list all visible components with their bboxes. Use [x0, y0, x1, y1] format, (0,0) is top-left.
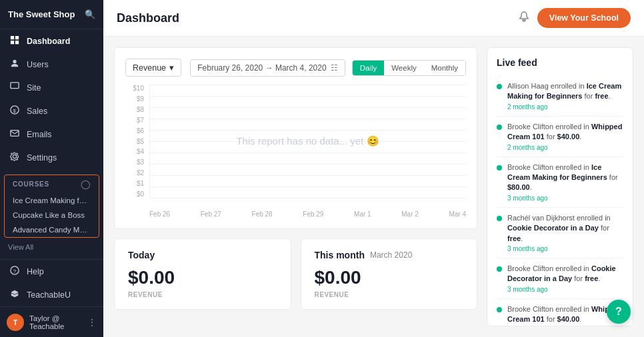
feed-text: Allison Haag enrolled in Ice Cream Makin…	[507, 81, 623, 102]
chart-x-axis: Feb 26 Feb 27 Feb 28 Feb 29 Mar 1 Mar 2 …	[149, 210, 466, 218]
sidebar-item-sales[interactable]: $ Sales	[0, 99, 103, 123]
x-label-1: Feb 27	[201, 210, 221, 218]
courses-add-icon[interactable]: ◯	[81, 179, 91, 189]
month-stat-card: This month March 2020 $0.00 REVENUE	[301, 238, 478, 310]
settings-label: Settings	[27, 153, 57, 163]
chart-controls: Revenue ▾ February 26, 2020 → March 4, 2…	[125, 59, 466, 77]
view-school-button[interactable]: View Your School	[537, 8, 631, 28]
users-label: Users	[27, 60, 49, 69]
feed-item: Allison Haag enrolled in Ice Cream Makin…	[497, 76, 623, 117]
y-label-7: $7	[125, 117, 147, 124]
courses-header: COURSES ◯	[5, 175, 99, 193]
main-area: Dashboard View Your School Revenue ▾ Feb…	[103, 0, 644, 337]
user-name: Taylor @ Teachable	[29, 314, 82, 330]
header: Dashboard View Your School	[103, 0, 644, 37]
y-label-2: $2	[125, 169, 147, 176]
x-label-5: Mar 2	[401, 210, 419, 218]
feed-dot	[497, 125, 502, 130]
y-label-1: $1	[125, 180, 147, 187]
x-label-2: Feb 28	[252, 210, 273, 218]
feed-item: Brooke Clifton enrolled in Whipped Cream…	[497, 299, 623, 326]
revenue-dropdown[interactable]: Revenue ▾	[125, 59, 181, 77]
x-label-3: Feb 29	[303, 210, 323, 218]
x-label-4: Mar 1	[354, 210, 371, 218]
feed-time: 2 months ago	[507, 103, 623, 111]
sidebar-item-teachableu[interactable]: TeachableU	[0, 283, 103, 306]
y-label-8: $8	[125, 106, 147, 113]
main-panel: Revenue ▾ February 26, 2020 → March 4, 2…	[114, 47, 477, 326]
feed-time: 3 months ago	[507, 286, 623, 293]
period-monthly[interactable]: Monthly	[424, 61, 465, 75]
chart-no-data: This report has no data... yet 😊	[149, 85, 466, 198]
feed-time: 3 months ago	[507, 194, 623, 202]
svg-text:$: $	[13, 108, 16, 114]
svg-text:?: ?	[13, 268, 17, 274]
feed-item: Brooke Clifton enrolled in Whipped Cream…	[497, 117, 623, 157]
feed-text-container: Allison Haag enrolled in Ice Cream Makin…	[507, 81, 623, 111]
filter-icon: ☷	[331, 63, 338, 73]
revenue-label: Revenue	[133, 63, 166, 73]
period-daily[interactable]: Daily	[353, 61, 385, 75]
feed-item: Rachél van Dijkhorst enrolled in Cookie …	[497, 208, 623, 258]
course-item-3[interactable]: Advanced Candy Making	[5, 222, 99, 237]
sidebar-item-site[interactable]: Site	[0, 76, 103, 99]
course-item-1[interactable]: Ice Cream Making for Begin...	[5, 193, 99, 208]
chart-y-axis: $0 $1 $2 $3 $4 $5 $6 $7 $8 $9 $10	[125, 85, 147, 198]
stats-row: Today $0.00 REVENUE This month March 202…	[114, 238, 477, 310]
feed-text-container: Brooke Clifton enrolled in Ice Cream Mak…	[507, 163, 623, 202]
sidebar-item-help[interactable]: ? Help	[0, 260, 103, 283]
today-header: Today	[128, 250, 277, 260]
course-item-2[interactable]: Cupcake Like a Boss	[5, 208, 99, 222]
feed-dot	[497, 84, 502, 89]
page-title: Dashboard	[117, 11, 179, 25]
settings-icon	[9, 152, 20, 163]
sales-label: Sales	[27, 107, 47, 116]
period-buttons: Daily Weekly Monthly	[352, 60, 466, 76]
user-section: T Taylor @ Teachable ⋮	[0, 306, 103, 337]
y-label-9: $9	[125, 95, 147, 103]
teachableu-icon	[9, 289, 20, 300]
date-range-picker[interactable]: February 26, 2020 → March 4, 2020 ☷	[190, 59, 345, 77]
dashboard-label: Dashboard	[27, 37, 70, 46]
help-icon: ?	[9, 266, 20, 277]
courses-outline: COURSES ◯ Ice Cream Making for Begin... …	[4, 174, 99, 238]
sidebar-item-settings[interactable]: Settings	[0, 146, 103, 169]
svg-rect-3	[11, 131, 19, 137]
feed-text: Brooke Clifton enrolled in Cookie Decora…	[507, 264, 623, 284]
x-label-6: Mar 4	[449, 210, 466, 218]
feed-text: Brooke Clifton enrolled in Ice Cream Mak…	[507, 163, 623, 193]
sidebar-item-emails[interactable]: Emails	[0, 123, 103, 146]
month-header: This month March 2020	[315, 250, 464, 260]
users-icon	[9, 59, 20, 70]
feed-dot	[497, 307, 502, 312]
y-label-6: $6	[125, 127, 147, 135]
sidebar: The Sweet Shop 🔍 Dashboard Users Site $ …	[0, 0, 103, 337]
site-icon	[9, 82, 20, 93]
sidebar-item-dashboard[interactable]: Dashboard	[0, 29, 103, 53]
feed-container: Allison Haag enrolled in Ice Cream Makin…	[497, 76, 623, 326]
feed-text-container: Brooke Clifton enrolled in Whipped Cream…	[507, 122, 623, 151]
today-stat-card: Today $0.00 REVENUE	[114, 238, 291, 310]
help-fab[interactable]: ?	[607, 300, 631, 324]
month-value: $0.00	[315, 267, 464, 288]
search-icon[interactable]: 🔍	[85, 9, 95, 19]
feed-time: 2 months ago	[507, 144, 623, 151]
chart-card: Revenue ▾ February 26, 2020 → March 4, 2…	[114, 47, 477, 229]
feed-time: 3 months ago	[507, 245, 623, 252]
chart-area: $0 $1 $2 $3 $4 $5 $6 $7 $8 $9 $10	[125, 85, 466, 218]
sidebar-item-users[interactable]: Users	[0, 53, 103, 76]
feed-dot	[497, 165, 502, 170]
feed-text: Brooke Clifton enrolled in Whipped Cream…	[507, 304, 623, 325]
user-menu-icon[interactable]: ⋮	[87, 317, 97, 328]
help-label: Help	[27, 267, 44, 276]
today-title: Today	[128, 250, 155, 260]
site-label: Site	[27, 83, 41, 93]
y-label-4: $4	[125, 148, 147, 155]
feed-text: Rachél van Dijkhorst enrolled in Cookie …	[507, 213, 623, 244]
notification-icon[interactable]	[519, 11, 529, 25]
period-weekly[interactable]: Weekly	[384, 61, 424, 75]
view-all-link[interactable]: View All	[0, 240, 103, 254]
feed-item: Brooke Clifton enrolled in Ice Cream Mak…	[497, 157, 623, 208]
logo-text: The Sweet Shop	[8, 9, 75, 19]
y-label-5: $5	[125, 138, 147, 145]
